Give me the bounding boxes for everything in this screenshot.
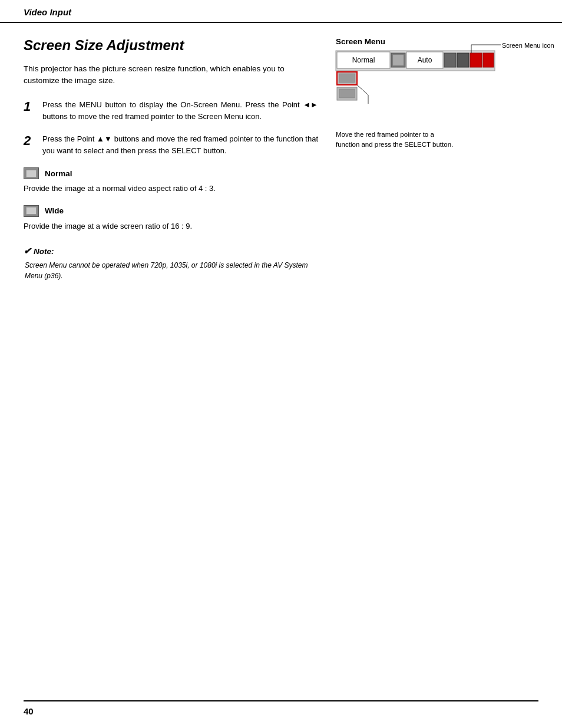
screen-menu-annotation-text: Move the red framed pointer to a functio… bbox=[336, 130, 454, 149]
wide-section-header: Wide bbox=[24, 205, 318, 217]
note-check-icon: ✔ bbox=[24, 246, 31, 256]
left-column: Screen Size Adjustment This projector ha… bbox=[24, 37, 318, 281]
normal-icon-inner bbox=[26, 170, 37, 177]
note-title-text: Note: bbox=[34, 247, 54, 256]
normal-icon bbox=[24, 167, 39, 179]
svg-rect-10 bbox=[483, 53, 494, 67]
normal-label: Normal bbox=[45, 169, 72, 178]
page-number: 40 bbox=[24, 706, 34, 716]
step-1-number: 1 bbox=[24, 99, 35, 123]
page-container: Video Input Screen Size Adjustment This … bbox=[0, 0, 562, 728]
normal-section-header: Normal bbox=[24, 167, 318, 179]
step-1-text: Press the MENU button to display the On-… bbox=[42, 99, 318, 123]
wide-label: Wide bbox=[45, 206, 64, 215]
note-text: Screen Menu cannot be operated when 720p… bbox=[25, 260, 318, 281]
header: Video Input bbox=[0, 0, 562, 23]
step-2-text: Press the Point ▲▼ buttons and move the … bbox=[42, 133, 318, 157]
step-1: 1 Press the MENU button to display the O… bbox=[24, 99, 318, 123]
note-title: ✔ Note: bbox=[24, 246, 318, 256]
normal-desc: Provide the image at a normal video aspe… bbox=[24, 183, 318, 195]
svg-rect-4 bbox=[393, 55, 404, 65]
svg-rect-9 bbox=[470, 53, 482, 67]
wide-desc: Provide the image at a wide screen ratio… bbox=[24, 220, 318, 232]
svg-line-18 bbox=[357, 85, 368, 95]
page-title: Screen Size Adjustment bbox=[24, 37, 318, 54]
svg-text:Screen Menu icon: Screen Menu icon bbox=[502, 42, 554, 49]
content-area: Screen Size Adjustment This projector ha… bbox=[0, 23, 562, 305]
svg-rect-15 bbox=[339, 74, 355, 83]
screen-menu-annotation: Move the red framed pointer to a functio… bbox=[336, 130, 518, 149]
svg-rect-17 bbox=[339, 89, 355, 98]
svg-text:Normal: Normal bbox=[352, 56, 375, 64]
note-section: ✔ Note: Screen Menu cannot be operated w… bbox=[24, 246, 318, 281]
wide-icon bbox=[24, 205, 39, 217]
step-2-number: 2 bbox=[24, 133, 35, 157]
step-2: 2 Press the Point ▲▼ buttons and move th… bbox=[24, 133, 318, 157]
right-column: Screen Menu Normal Auto bbox=[336, 37, 518, 281]
screen-menu-diagram: Normal Auto Screen Menu icon bbox=[336, 51, 507, 127]
svg-rect-8 bbox=[457, 53, 469, 67]
intro-text: This projector has the picture screen re… bbox=[24, 63, 318, 87]
svg-rect-7 bbox=[444, 53, 456, 67]
screen-menu-wrapper: Screen Menu Normal Auto bbox=[336, 37, 518, 149]
footer: 40 bbox=[24, 700, 538, 716]
wide-icon-inner bbox=[26, 207, 37, 215]
header-title: Video Input bbox=[24, 7, 71, 17]
svg-text:Auto: Auto bbox=[418, 56, 432, 64]
